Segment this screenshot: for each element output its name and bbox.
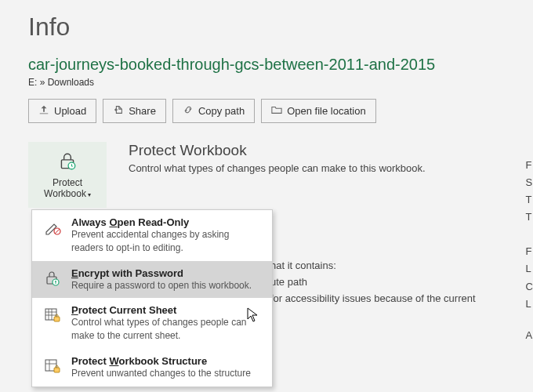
structure-lock-icon <box>42 355 63 376</box>
menu-encrypt-password[interactable]: Encrypt with Password Require a password… <box>32 261 272 299</box>
menu-encrypt-title: Encrypt with Password <box>71 267 263 279</box>
menu-read-only-title: Always Open Read-Only <box>71 216 263 228</box>
protect-workbook-button[interactable]: ProtectWorkbook▾ <box>28 142 107 208</box>
menu-protect-structure-desc: Prevent unwanted changes to the structur… <box>71 367 263 380</box>
copy-path-label: Copy path <box>198 105 245 117</box>
menu-protect-sheet-desc: Control what types of changes people can… <box>71 316 263 343</box>
menu-read-only[interactable]: Always Open Read-Only Prevent accidental… <box>32 210 272 261</box>
menu-protect-structure[interactable]: Protect Workbook Structure Prevent unwan… <box>32 349 272 387</box>
folder-icon <box>271 104 282 118</box>
page-title: Info <box>0 0 533 45</box>
svg-point-5 <box>55 281 56 282</box>
menu-protect-structure-title: Protect Workbook Structure <box>71 355 263 367</box>
open-location-label: Open file location <box>287 105 365 117</box>
lock-key-icon <box>42 267 63 288</box>
copy-path-button[interactable]: Copy path <box>172 99 255 123</box>
inspect-partial-text: hat it contains: ute path for accessibil… <box>270 258 476 307</box>
sheet-lock-icon <box>42 304 63 325</box>
open-location-button[interactable]: Open file location <box>261 99 375 123</box>
menu-protect-sheet-title: Protect Current Sheet <box>71 304 263 316</box>
svg-rect-9 <box>54 368 60 372</box>
right-panel-partial: F S T T F L C L A <box>526 157 533 344</box>
menu-read-only-desc: Prevent accidental changes by asking rea… <box>71 228 263 255</box>
protect-heading: Protect Workbook <box>129 142 426 159</box>
pencil-icon <box>42 216 63 237</box>
share-button[interactable]: Share <box>103 99 166 123</box>
lock-icon <box>57 151 78 174</box>
menu-encrypt-desc: Require a password to open this workbook… <box>71 279 263 292</box>
share-label: Share <box>129 105 156 117</box>
toolbar: Upload Share Copy path Open file locatio… <box>0 99 533 142</box>
link-icon <box>183 104 194 118</box>
upload-label: Upload <box>54 105 86 117</box>
upload-icon <box>38 104 49 118</box>
file-name: car-journeys-booked-through-gcs-between-… <box>0 45 533 75</box>
protect-section-body: Protect Workbook Control what types of c… <box>129 142 426 208</box>
share-icon <box>113 104 124 118</box>
upload-button[interactable]: Upload <box>28 99 96 123</box>
protect-desc: Control what types of changes people can… <box>129 162 426 174</box>
svg-rect-7 <box>54 317 60 321</box>
protect-workbook-dropdown: Always Open Read-Only Prevent accidental… <box>31 209 273 387</box>
breadcrumb: E: » Downloads <box>0 75 533 99</box>
menu-protect-sheet[interactable]: Protect Current Sheet Control what types… <box>32 298 272 349</box>
